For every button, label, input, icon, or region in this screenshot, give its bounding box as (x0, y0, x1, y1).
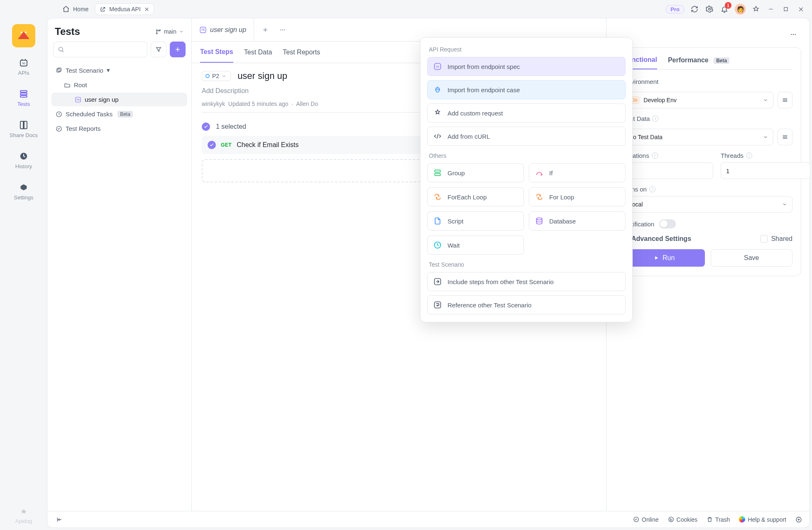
for-icon (535, 193, 543, 201)
environment-select[interactable]: De Develop Env (624, 92, 773, 108)
rail-apis[interactable]: 96 APIs (0, 55, 47, 79)
tree-label: Scheduled Tasks (66, 110, 113, 118)
menu-for[interactable]: For Loop (529, 187, 626, 206)
new-tab-button[interactable] (258, 23, 272, 37)
svg-rect-1 (784, 7, 788, 11)
workspace-tab[interactable]: Medusa API (95, 3, 154, 15)
gear-icon[interactable] (705, 5, 714, 14)
window-close-icon[interactable] (796, 5, 805, 14)
save-button[interactable]: Save (711, 249, 793, 267)
panel-more-button[interactable] (785, 27, 801, 42)
scenario-title[interactable]: user sign up (237, 71, 287, 81)
tab-test-reports[interactable]: Test Reports (283, 42, 320, 63)
tree-root-folder[interactable]: Root (51, 78, 187, 92)
environment-options-button[interactable] (778, 92, 792, 108)
menu-database[interactable]: Database (529, 211, 626, 231)
tree-item-signup[interactable]: TS user sign up (51, 93, 187, 106)
menu-include-steps[interactable]: Include steps from other Test Scenario (427, 272, 626, 291)
cookie-icon (668, 516, 674, 523)
environment-label: Environment (624, 78, 792, 85)
home-link[interactable]: Home (58, 3, 92, 15)
svg-text:TS: TS (76, 98, 80, 101)
tab-test-steps[interactable]: Test Steps (200, 42, 233, 63)
window-maximize-icon[interactable] (781, 5, 790, 14)
menu-import-from-case[interactable]: Import from endpoint case (427, 80, 626, 99)
if-icon (535, 169, 543, 177)
svg-rect-8 (20, 96, 27, 97)
svg-point-22 (280, 29, 281, 30)
notification-toggle[interactable] (659, 219, 676, 228)
avatar[interactable]: 🧑 (735, 4, 746, 15)
svg-point-37 (668, 517, 673, 522)
testdata-select[interactable]: No Test Data (624, 129, 773, 145)
filter-button[interactable] (151, 42, 166, 57)
advanced-settings-toggle[interactable]: Advanced Settings (624, 235, 691, 243)
menu-reference-scenario[interactable]: Reference other Test Scenario (427, 295, 626, 314)
caret-down-icon: ▾ (107, 66, 110, 74)
shared-checkbox[interactable]: Shared (760, 235, 792, 243)
tab-test-data[interactable]: Test Data (244, 42, 272, 63)
tab-more-button[interactable] (276, 23, 290, 37)
menu-if[interactable]: If (529, 163, 626, 182)
run-button[interactable]: Run (624, 249, 705, 267)
check-icon (202, 123, 210, 131)
close-icon[interactable] (144, 7, 149, 12)
rail-tests[interactable]: Tests (0, 86, 47, 110)
add-button[interactable] (170, 42, 186, 57)
app-logo (12, 24, 35, 47)
bell-icon[interactable]: 1 (720, 5, 729, 14)
cookies-button[interactable]: Cookies (668, 516, 698, 523)
info-icon[interactable]: i (649, 186, 655, 192)
plus-circle-icon (795, 516, 802, 523)
document-tab[interactable]: TS user sign up (192, 18, 254, 41)
home-icon (61, 5, 71, 14)
testdata-options-button[interactable] (778, 129, 792, 145)
info-icon[interactable]: i (746, 152, 752, 159)
check-icon[interactable] (208, 141, 216, 149)
add-footer-button[interactable] (795, 516, 802, 523)
menu-script[interactable]: Script (427, 211, 524, 231)
iterations-input[interactable] (624, 162, 713, 179)
tree-scheduled-tasks[interactable]: Scheduled Tasks Beta (51, 107, 187, 121)
chevron-down-icon (763, 98, 768, 103)
info-icon[interactable]: i (652, 115, 658, 122)
help-button[interactable]: Help & support (739, 516, 786, 523)
collapse-sidebar-icon[interactable] (55, 515, 64, 524)
menu-wait[interactable]: Wait (427, 236, 524, 255)
endpoint-case-icon (433, 86, 442, 94)
popover-section-title: API Request (427, 44, 626, 57)
testdata-value: No Test Data (629, 134, 663, 140)
home-label: Home (73, 6, 88, 12)
menu-foreach[interactable]: ForEach Loop (427, 187, 524, 206)
rail-label: Tests (17, 101, 30, 107)
rail-settings[interactable]: Settings (0, 179, 47, 203)
menu-add-custom-request[interactable]: Add custom request (427, 103, 626, 123)
rail-sharedocs[interactable]: Share Docs (0, 117, 47, 141)
menu-group[interactable]: Group (427, 163, 524, 182)
search-input[interactable] (53, 42, 147, 57)
window-minimize-icon[interactable] (766, 5, 775, 14)
pro-badge[interactable]: Pro (666, 5, 684, 14)
api-icon: 96 (18, 57, 29, 68)
config-tab-performance[interactable]: Performance Beta (668, 53, 729, 69)
rail-history[interactable]: History (0, 148, 47, 172)
refresh-icon[interactable] (690, 5, 699, 14)
http-method-badge: GET (221, 142, 232, 148)
threads-input[interactable] (721, 162, 810, 179)
svg-point-23 (282, 29, 283, 30)
status-online[interactable]: Online (633, 516, 658, 523)
menu-add-from-curl[interactable]: Add from cURL (427, 127, 626, 146)
tree-test-reports[interactable]: Test Reports (51, 122, 187, 135)
branch-selector[interactable]: main (155, 28, 184, 35)
svg-rect-6 (20, 91, 27, 92)
menu-import-from-spec[interactable]: 96 Import from endpoint spec (427, 57, 626, 76)
trash-button[interactable]: Trash (707, 516, 730, 523)
runs-on-select[interactable]: Local (624, 196, 792, 213)
tree-scenario-folder[interactable]: Test Scenario ▾ (51, 63, 187, 77)
info-icon[interactable]: i (652, 152, 658, 159)
pin-icon[interactable] (751, 5, 761, 14)
chevron-down-icon (782, 202, 787, 207)
priority-selector[interactable]: P2 (202, 71, 231, 81)
svg-text:96: 96 (436, 65, 439, 68)
endpoint-spec-icon: 96 (433, 62, 442, 71)
